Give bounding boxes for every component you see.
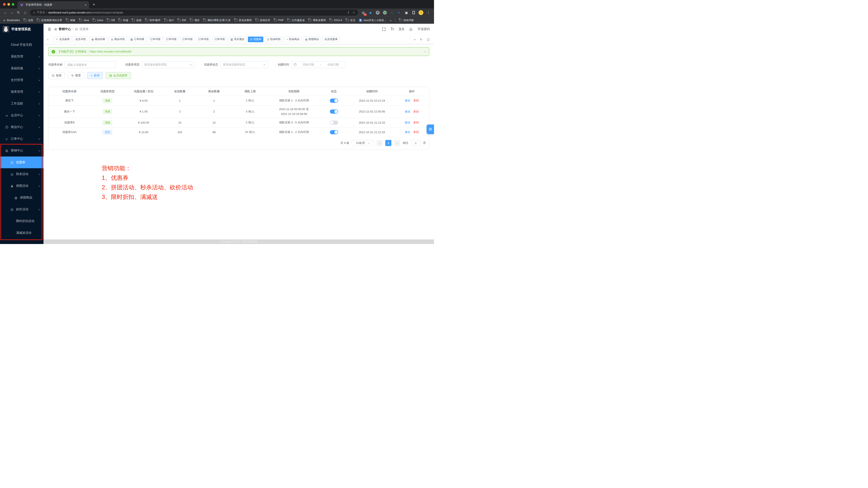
- page-tab[interactable]: 商品详情: [109, 36, 127, 42]
- sidebar-item[interactable]: 砍价活动: [0, 203, 43, 215]
- sidebar-item[interactable]: 工作流程: [0, 98, 43, 110]
- extension-record-icon[interactable]: [383, 10, 387, 15]
- sidebar-item[interactable]: 满减送活动: [0, 227, 43, 239]
- bookmark-folder[interactable]: 2014-4: [330, 19, 342, 22]
- sidebar-item[interactable]: 秒杀活动: [0, 168, 43, 180]
- coupon-type-select[interactable]: 请选择优惠券类型: [142, 61, 194, 68]
- other-bookmarks[interactable]: 其他书签: [399, 19, 414, 22]
- page-tab[interactable]: 订单列表: [128, 36, 147, 42]
- bookmark-link[interactable]: BJava开发 | 小组首...: [359, 19, 386, 22]
- page-tab[interactable]: 会员标签: [54, 36, 72, 42]
- bookmark-folder[interactable]: 项目: [190, 19, 199, 22]
- collapse-menu-icon[interactable]: ☰: [48, 27, 51, 31]
- extension-panel-icon[interactable]: [411, 10, 416, 15]
- translate-icon[interactable]: 文A: [398, 27, 404, 32]
- username[interactable]: 芋道源码: [417, 27, 430, 31]
- coupon-status-select[interactable]: 请选择优惠券状态: [220, 61, 268, 68]
- sidebar-item[interactable]: 订单中心: [0, 133, 43, 145]
- maximize-window-button[interactable]: [12, 3, 14, 6]
- app-logo-row[interactable]: 芋道管理系统: [0, 24, 43, 35]
- bookmark-folder[interactable]: PHP: [274, 19, 284, 22]
- page-tab[interactable]: 会员优惠券: [322, 36, 340, 42]
- bookmark-folder[interactable]: Java: [79, 19, 89, 22]
- sidebar-item[interactable]: 拼团活动: [0, 180, 43, 192]
- bookmark-folder[interactable]: 资讯未整理: [235, 19, 252, 22]
- bookmark-folder[interactable]: 网站/博客/文章/工具: [203, 19, 231, 22]
- sidebar-item[interactable]: 优惠券: [0, 156, 43, 168]
- bookmark-folder[interactable]: IDE: [178, 19, 186, 22]
- extension-command-icon[interactable]: ⌘: [375, 10, 380, 15]
- bookmark-folder[interactable]: 前端: [119, 19, 128, 22]
- status-toggle[interactable]: [330, 98, 338, 103]
- delete-link[interactable]: 删除: [413, 110, 419, 113]
- profile-avatar[interactable]: ☺: [418, 10, 423, 15]
- reset-button[interactable]: ↻ 重置: [68, 72, 84, 79]
- page-tab[interactable]: 订单详情: [196, 36, 211, 42]
- font-size-icon[interactable]: Tt: [391, 27, 394, 31]
- edit-link[interactable]: 修改: [405, 110, 410, 113]
- edit-link[interactable]: 修改: [405, 121, 410, 124]
- page-tab[interactable]: 订单详情: [180, 36, 195, 42]
- close-window-button[interactable]: [3, 3, 6, 6]
- bookmark-folder[interactable]: 博客未整理: [308, 19, 326, 22]
- edit-link[interactable]: 修改: [405, 99, 410, 102]
- breadcrumb-promotion[interactable]: 营销中心: [59, 27, 71, 31]
- page-tab[interactable]: 拼团商品: [303, 36, 321, 42]
- bookmarks-overflow-icon[interactable]: »: [390, 19, 392, 22]
- bookmark-folder[interactable]: DB: [107, 19, 115, 22]
- alert-close-icon[interactable]: ×: [424, 50, 426, 54]
- bookmark-folder[interactable]: 运营: [24, 19, 33, 22]
- current-page-button[interactable]: 1: [385, 140, 392, 146]
- coupon-name-input[interactable]: [65, 61, 116, 68]
- page-tab[interactable]: 会员详情: [73, 36, 88, 42]
- scroll-tabs-left-icon[interactable]: [46, 38, 50, 41]
- prev-page-button[interactable]: [377, 140, 383, 146]
- sidebar-item[interactable]: 营销中心: [0, 145, 43, 156]
- page-tab[interactable]: 订单详情: [164, 36, 179, 42]
- extension-grid-icon[interactable]: ▦12: [361, 10, 366, 15]
- sidebar-item[interactable]: 报表管理: [0, 86, 43, 98]
- search-button[interactable]: 搜索: [48, 72, 65, 79]
- sidebar-item[interactable]: 系统管理: [0, 51, 43, 62]
- extension-star-icon[interactable]: ☆: [390, 10, 394, 15]
- bookmarks-label[interactable]: ★Bookmarks: [3, 19, 20, 22]
- bookmark-folder[interactable]: 搜索: [66, 19, 75, 22]
- close-tab-icon[interactable]: ×: [85, 3, 87, 7]
- reload-icon[interactable]: ↻: [15, 10, 22, 15]
- sidebar-item[interactable]: 限时折扣活动: [0, 215, 43, 227]
- page-size-select[interactable]: 10条/页: [352, 140, 374, 146]
- page-tab[interactable]: 订单详情: [148, 36, 163, 42]
- bookmark-folder[interactable]: 文件服务器: [287, 19, 305, 22]
- share-icon[interactable]: ⇧: [347, 11, 349, 14]
- bookmark-folder[interactable]: 设计: [164, 19, 174, 22]
- bookmark-folder[interactable]: Linux: [93, 19, 103, 22]
- alert-doc-link[interactable]: https://doc.iocoder.cn/mall/build/: [90, 50, 131, 53]
- layout-panes-icon[interactable]: ◫: [425, 38, 432, 41]
- back-icon[interactable]: ←: [2, 11, 9, 15]
- page-tab[interactable]: 售后退款: [228, 36, 247, 42]
- bookmark-folder[interactable]: 游戏: [132, 19, 141, 22]
- minimize-window-button[interactable]: [7, 3, 10, 6]
- delete-link[interactable]: 删除: [413, 131, 419, 134]
- bookmark-star-icon[interactable]: ☆: [352, 11, 355, 14]
- status-toggle[interactable]: [330, 130, 338, 134]
- page-tab[interactable]: 订单详情: [212, 36, 227, 42]
- address-bar[interactable]: ⚠ 不安全 dashboard-vue3.yudao.iocoder.cn/pr…: [30, 9, 358, 16]
- page-tab[interactable]: 优惠券: [248, 36, 263, 42]
- delete-link[interactable]: 删除: [413, 99, 419, 102]
- bookmark-folder[interactable]: 生活: [346, 19, 355, 22]
- sidebar-item[interactable]: 商品中心: [0, 121, 43, 133]
- bookmark-folder[interactable]: 软件/硬件: [145, 19, 160, 22]
- sidebar-item[interactable]: Cloud 开发文档: [0, 39, 43, 51]
- next-page-button[interactable]: [394, 140, 400, 146]
- member-coupon-button[interactable]: 会员优惠券: [106, 72, 131, 79]
- bookmark-folder[interactable]: 近期需要读的文章: [37, 19, 62, 22]
- sidebar-item[interactable]: 支付管理: [0, 74, 43, 86]
- browser-tab[interactable]: 芋道管理系统 - 优惠券 ×: [18, 1, 89, 8]
- status-toggle[interactable]: [330, 121, 338, 125]
- edit-link[interactable]: 修改: [405, 131, 410, 134]
- sidebar-item[interactable]: 会员中心: [0, 110, 43, 121]
- extension-kite-icon[interactable]: ◆: [368, 10, 373, 15]
- forward-icon[interactable]: →: [9, 11, 15, 15]
- page-tab[interactable]: 秒杀时段: [265, 36, 283, 42]
